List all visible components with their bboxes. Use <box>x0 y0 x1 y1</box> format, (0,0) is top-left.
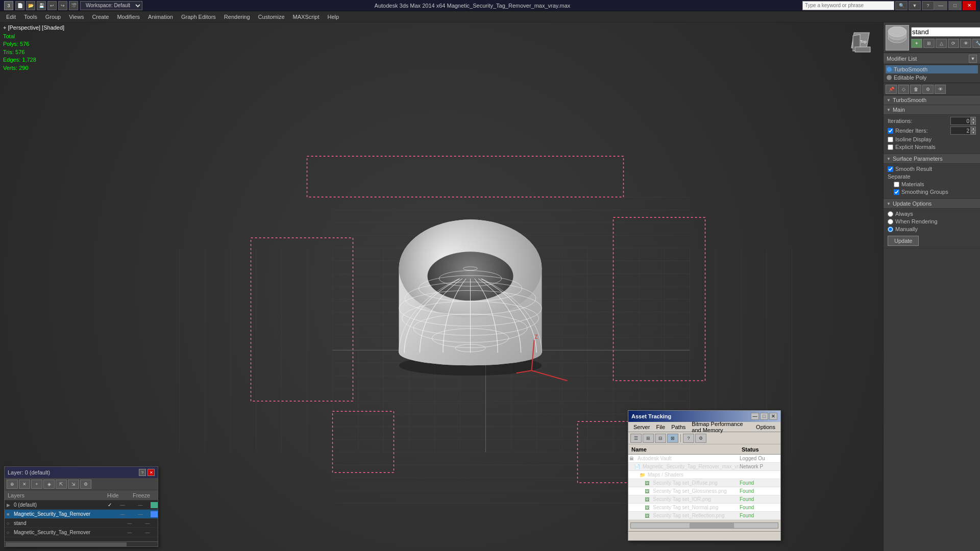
render-iters-check[interactable] <box>888 128 893 134</box>
menu-customize[interactable]: Customize <box>254 13 289 21</box>
layer-scrollbar[interactable] <box>5 541 158 546</box>
object-name-input[interactable] <box>911 27 980 37</box>
display-btn[interactable]: 👁 <box>960 39 971 48</box>
motion-btn[interactable]: ⟳ <box>948 39 959 48</box>
make-unique-btn[interactable]: ◇ <box>898 85 909 94</box>
render-iters-down[interactable]: ▼ <box>971 131 976 135</box>
menu-create[interactable]: Create <box>88 13 113 21</box>
at-row-glossiness[interactable]: 🖼 Security Tag set_Glossiness.png Found <box>628 487 780 495</box>
at-row-ior[interactable]: 🖼 Security Tag set_IOR.png Found <box>628 495 780 504</box>
layer-manager-close[interactable]: ✕ <box>148 469 155 476</box>
at-close-btn[interactable]: ✕ <box>769 413 777 420</box>
menu-views[interactable]: Views <box>65 13 88 21</box>
update-section-header[interactable]: ▼ Update Options <box>884 199 980 209</box>
redo-btn[interactable]: ↪ <box>58 1 67 10</box>
menu-tools[interactable]: Tools <box>20 13 41 21</box>
layer-manager-help[interactable]: ? <box>139 469 146 476</box>
layer-row-magtag[interactable]: ■ Magnetic_Security_Tag_Remover — — <box>5 510 158 519</box>
at-row-maps[interactable]: 📁 Maps / Shaders <box>628 471 780 479</box>
turbosmooth-header[interactable]: ▼ TurboSmooth <box>884 95 980 105</box>
lm-delete-btn[interactable]: ✕ <box>19 480 30 489</box>
create-btn[interactable]: ✦ <box>911 39 922 48</box>
save-btn[interactable]: 💾 <box>37 1 46 10</box>
close-btn[interactable]: ✕ <box>963 1 976 10</box>
at-minimize-btn[interactable]: — <box>751 413 759 420</box>
at-tool-help[interactable]: ? <box>683 434 694 443</box>
new-btn[interactable]: 📄 <box>15 1 24 10</box>
show-result-btn[interactable]: 👁 <box>935 85 946 94</box>
menu-maxscript[interactable]: MAXScript <box>289 13 324 21</box>
menu-edit[interactable]: Edit <box>2 13 20 21</box>
at-row-diffuse[interactable]: 🖼 Security Tag set_Diffuse.png Found <box>628 479 780 487</box>
at-menu-paths[interactable]: Paths <box>668 423 689 431</box>
layer-row-stand[interactable]: ○ stand — — <box>5 519 158 528</box>
search-input[interactable] <box>802 1 894 10</box>
update-button[interactable]: Update <box>888 236 919 246</box>
smooth-result-check[interactable] <box>888 166 893 172</box>
maximize-btn[interactable]: □ <box>948 1 962 10</box>
when-rendering-radio[interactable] <box>888 219 893 224</box>
utilities-btn[interactable]: 🔧 <box>972 39 980 48</box>
workspace-selector[interactable]: Workspace: Default <box>80 1 142 10</box>
at-menu-server[interactable]: Server <box>630 423 653 431</box>
main-section-header[interactable]: ▼ Main <box>884 105 980 115</box>
at-menu-bitmap[interactable]: Bitmap Performance and Memory <box>689 420 753 434</box>
lm-add-btn[interactable]: + <box>31 480 42 489</box>
at-row-maxfile[interactable]: 📄 Magnetic_Security_Tag_Remover_max_vray… <box>628 463 780 471</box>
at-row-normal[interactable]: 🖼 Security Tag set_Normal.png Found <box>628 504 780 512</box>
search-opts-btn[interactable]: ▼ <box>909 1 921 10</box>
at-menu-file[interactable]: File <box>653 423 668 431</box>
modifier-turbosmooth[interactable]: TurboSmooth <box>886 65 978 73</box>
at-tool-details[interactable]: ⊞ <box>643 434 654 443</box>
at-tool-tree[interactable]: ⊠ <box>667 434 678 443</box>
menu-group[interactable]: Group <box>41 13 65 21</box>
at-tool-settings[interactable]: ⚙ <box>695 434 706 443</box>
surface-section-header[interactable]: ▼ Surface Parameters <box>884 154 980 164</box>
render-iters-input[interactable] <box>950 127 971 135</box>
materials-check[interactable] <box>894 182 899 187</box>
configure-btn[interactable]: ⚙ <box>922 85 934 94</box>
lm-move-btn[interactable]: ⇱ <box>56 480 67 489</box>
modify-btn[interactable]: ⊞ <box>923 39 935 48</box>
isoline-check[interactable] <box>888 137 893 142</box>
manually-radio[interactable] <box>888 227 893 232</box>
at-row-reflection[interactable]: 🖼 Security Tag set_Reflection.png Found <box>628 512 780 520</box>
search-btn[interactable]: 🔍 <box>895 1 908 10</box>
pin-stack-btn[interactable]: 📌 <box>886 85 897 94</box>
layer-row-magtag2[interactable]: ○ Magnetic_Security_Tag_Remover — — <box>5 528 158 537</box>
modifier-dropdown-btn[interactable]: ▼ <box>969 55 977 63</box>
hierarchy-btn[interactable]: △ <box>936 39 947 48</box>
iterations-input[interactable] <box>950 117 971 125</box>
layer-row-default[interactable]: ▶ 0 (default) ✓ — — <box>5 500 158 510</box>
minimize-btn[interactable]: — <box>934 1 947 10</box>
iterations-down[interactable]: ▼ <box>971 121 976 125</box>
at-tool-icons[interactable]: ⊟ <box>655 434 666 443</box>
lm-new-btn[interactable]: ⊕ <box>7 480 18 489</box>
smoothing-groups-check[interactable] <box>894 189 899 195</box>
help-search-btn[interactable]: ? <box>922 1 934 10</box>
lm-move2-btn[interactable]: ⇲ <box>68 480 79 489</box>
modifier-editable-poly[interactable]: Editable Poly <box>886 73 978 82</box>
remove-modifier-btn[interactable]: 🗑 <box>910 85 921 94</box>
iterations-up[interactable]: ▲ <box>971 117 976 121</box>
at-tool-list[interactable]: ☰ <box>630 434 642 443</box>
at-menu-options[interactable]: Options <box>753 423 778 431</box>
menu-modifiers[interactable]: Modifiers <box>113 13 144 21</box>
menu-help[interactable]: Help <box>324 13 344 21</box>
lm-settings-btn[interactable]: ⚙ <box>80 480 91 489</box>
open-btn[interactable]: 📂 <box>26 1 35 10</box>
at-restore-btn[interactable]: □ <box>760 413 768 420</box>
menu-animation[interactable]: Animation <box>144 13 177 21</box>
undo-btn[interactable]: ↩ <box>47 1 57 10</box>
render-iters-up[interactable]: ▲ <box>971 127 976 131</box>
nav-cube[interactable]: Top <box>847 28 878 58</box>
viewport[interactable]: + [Perspective] [Shaded] Total Polys: 57… <box>0 22 883 551</box>
menu-rendering[interactable]: Rendering <box>220 13 254 21</box>
render-btn[interactable]: 🎬 <box>69 1 78 10</box>
always-radio[interactable] <box>888 211 893 217</box>
menu-graph-editors[interactable]: Graph Editors <box>177 13 220 21</box>
at-row-vault[interactable]: 🏛 Autodesk Vault Logged Ou <box>628 455 780 463</box>
explicit-normals-check[interactable] <box>888 144 893 150</box>
lm-select-btn[interactable]: ◈ <box>43 480 55 489</box>
at-scrollbar[interactable] <box>630 522 778 529</box>
